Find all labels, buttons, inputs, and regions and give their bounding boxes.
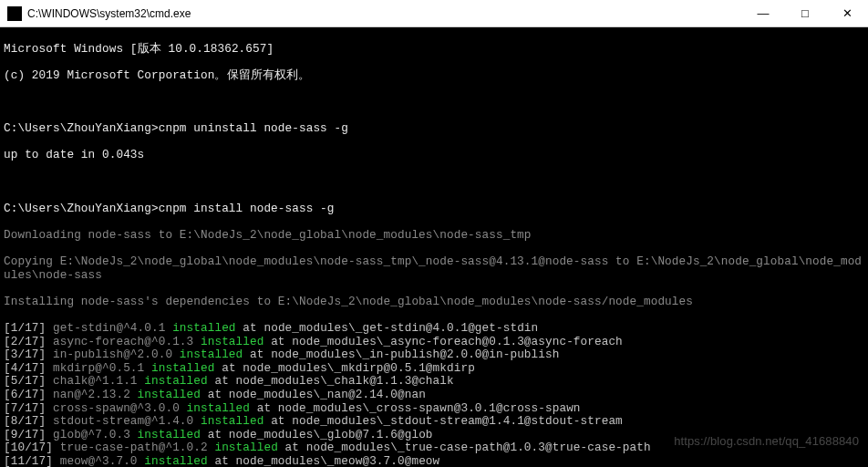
maximize-button[interactable]: □	[784, 0, 826, 26]
dep-line: [4/17] mkdirp@^0.5.1 installed at node_m…	[4, 362, 864, 376]
dep-line: [11/17] meow@^3.7.0 installed at node_mo…	[4, 455, 864, 467]
copying-line: Copying E:\NodeJs_2\node_global\node_mod…	[4, 255, 864, 282]
dep-line: [2/17] async-foreach@^0.1.3 installed at…	[4, 336, 864, 349]
dep-line: [3/17] in-publish@^2.0.0 installed at no…	[4, 348, 864, 362]
terminal-output[interactable]: Microsoft Windows [版本 10.0.18362.657] (c…	[0, 27, 868, 467]
version-line: Microsoft Windows [版本 10.0.18362.657]	[4, 43, 864, 57]
dep-line: [7/17] cross-spawn@^3.0.0 installed at n…	[4, 402, 864, 416]
installing-deps-line: Installing node-sass's dependencies to E…	[4, 296, 864, 309]
window-titlebar: C:\WINDOWS\system32\cmd.exe — □ ✕	[0, 0, 868, 27]
dep-line: [9/17] glob@^7.0.3 installed at node_mod…	[4, 429, 864, 442]
prompt-line-2: C:\Users\ZhouYanXiang>cnpm install node-…	[4, 202, 864, 216]
dep-line: [6/17] nan@^2.13.2 installed at node_mod…	[4, 389, 864, 402]
dep-line: [10/17] true-case-path@^1.0.2 installed …	[4, 441, 864, 455]
dep-line: [1/17] get-stdin@^4.0.1 installed at nod…	[4, 322, 864, 336]
window-controls: — □ ✕	[742, 0, 868, 26]
dep-line: [8/17] stdout-stream@^1.4.0 installed at…	[4, 415, 864, 429]
prompt-line-1: C:\Users\ZhouYanXiang>cnpm uninstall nod…	[4, 122, 864, 136]
uninstall-result: up to date in 0.043s	[4, 149, 864, 162]
copyright-line: (c) 2019 Microsoft Corporation。保留所有权利。	[4, 69, 864, 83]
window-title: C:\WINDOWS\system32\cmd.exe	[27, 7, 742, 20]
dep-line: [5/17] chalk@^1.1.1 installed at node_mo…	[4, 375, 864, 389]
cmd-icon	[7, 6, 22, 21]
minimize-button[interactable]: —	[742, 0, 784, 26]
close-button[interactable]: ✕	[826, 0, 868, 26]
downloading-line: Downloading node-sass to E:\NodeJs_2\nod…	[4, 229, 864, 243]
